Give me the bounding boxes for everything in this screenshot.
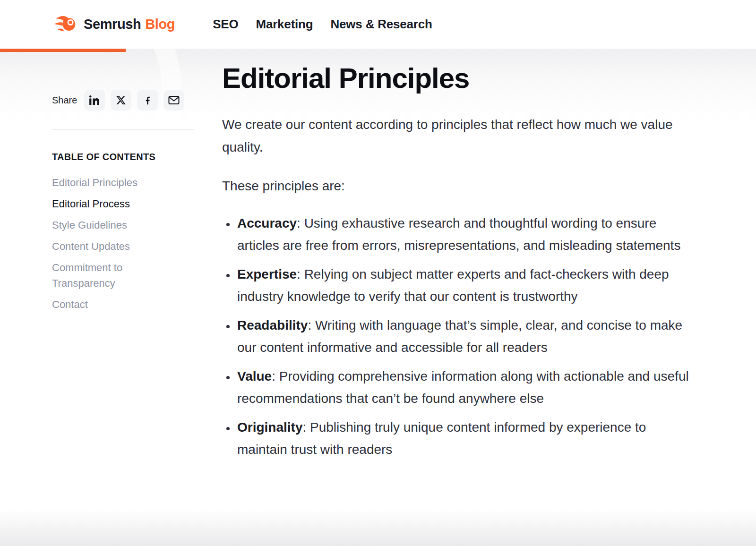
share-label: Share: [52, 95, 77, 106]
principle-term: Value: [237, 369, 272, 384]
main-nav: SEO Marketing News & Research: [213, 17, 432, 32]
toc-item-editorial-process[interactable]: Editorial Process: [52, 196, 177, 212]
share-row: Share: [52, 90, 194, 111]
table-of-contents: TABLE OF CONTENTS Editorial Principles E…: [52, 152, 177, 312]
share-email-button[interactable]: [163, 90, 184, 111]
lead-paragraph: These principles are:: [222, 175, 696, 197]
page-content: Share: [0, 49, 756, 546]
nav-item-marketing[interactable]: Marketing: [256, 17, 313, 32]
article: Editorial Principles We create our conte…: [222, 49, 696, 546]
facebook-icon: [143, 95, 153, 105]
sidebar-divider: [52, 129, 194, 130]
principle-item-originality: Originality: Publishing truly unique con…: [236, 416, 696, 461]
principle-item-accuracy: Accuracy: Using exhaustive research and …: [236, 212, 696, 256]
toc-item-commitment-to-transparency[interactable]: Commitment to Transparency: [52, 260, 177, 291]
toc-item-style-guidelines[interactable]: Style Guidelines: [52, 217, 177, 233]
toc-item-editorial-principles[interactable]: Editorial Principles: [52, 175, 177, 190]
principle-term: Expertise: [237, 267, 297, 282]
principle-description: : Providing comprehensive information al…: [237, 369, 689, 406]
linkedin-icon: [89, 95, 100, 105]
toc-title: TABLE OF CONTENTS: [52, 152, 177, 162]
toc-item-content-updates[interactable]: Content Updates: [52, 239, 177, 254]
principle-term: Originality: [237, 420, 302, 435]
nav-item-news-research[interactable]: News & Research: [330, 17, 432, 32]
principle-item-value: Value: Providing comprehensive informati…: [236, 365, 696, 410]
toc-item-contact[interactable]: Contact: [52, 297, 177, 312]
header: Semrush Blog SEO Marketing News & Resear…: [0, 0, 756, 49]
share-facebook-button[interactable]: [137, 90, 158, 111]
brand-suffix: Blog: [145, 17, 175, 32]
brand-logo-link[interactable]: Semrush Blog: [54, 15, 175, 34]
principles-list: Accuracy: Using exhaustive research and …: [222, 212, 696, 461]
page-title: Editorial Principles: [222, 62, 696, 94]
principle-item-readability: Readability: Writing with language that’…: [236, 314, 696, 358]
principle-description: : Relying on subject matter experts and …: [237, 267, 669, 304]
principle-description: : Using exhaustive research and thoughtf…: [237, 216, 680, 253]
sidebar: Share: [52, 49, 194, 546]
brand-name: Semrush: [84, 17, 141, 32]
principle-term: Accuracy: [237, 216, 297, 230]
reading-progress-bar: [0, 49, 126, 52]
share-linkedin-button[interactable]: [84, 90, 105, 111]
semrush-logo-icon: [54, 15, 77, 34]
intro-paragraph: We create our content according to princ…: [222, 113, 696, 159]
principle-term: Readability: [237, 318, 308, 333]
principle-item-expertise: Expertise: Relying on subject matter exp…: [236, 263, 696, 307]
x-icon: [116, 95, 126, 105]
share-x-button[interactable]: [111, 90, 131, 111]
email-icon: [168, 95, 180, 105]
nav-item-seo[interactable]: SEO: [213, 17, 238, 32]
